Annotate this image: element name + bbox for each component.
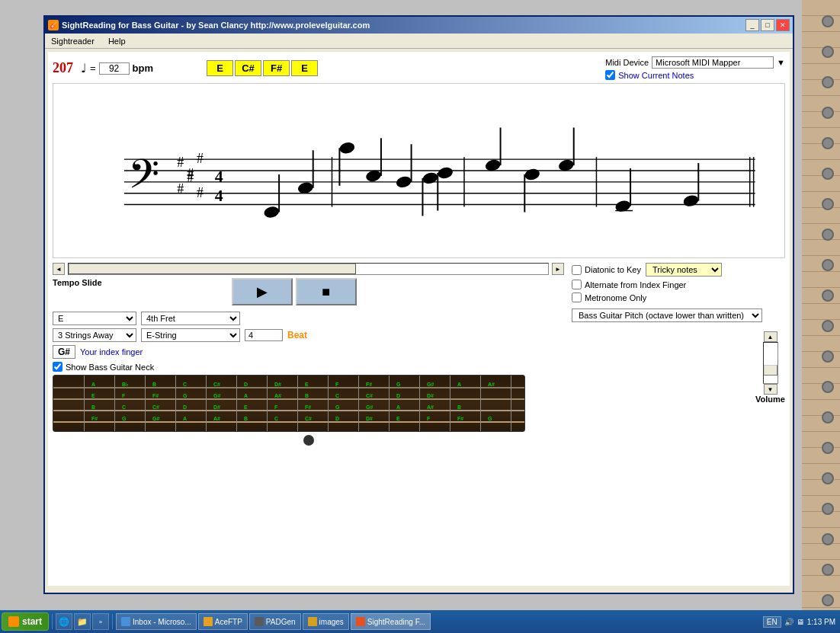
scroll-position-dot xyxy=(303,435,314,446)
current-notes-display: E C# F# E xyxy=(207,60,318,76)
strings-dropdown[interactable]: 3 Strings Away xyxy=(53,328,136,342)
window-controls: _ □ ✕ xyxy=(745,19,790,31)
taskbar-apps: Inbox - Microso... AceFTP PADGen images … xyxy=(116,613,758,630)
svg-text:#: # xyxy=(197,151,204,166)
sheet-music-svg: 𝄢 # # # # # # 4 4 xyxy=(53,84,784,257)
beat-input[interactable] xyxy=(245,329,283,341)
diatonic-row: Diatonic to Key xyxy=(572,265,641,275)
midi-area: Midi Device ▼ Show Current Notes xyxy=(605,56,785,80)
metronome-checkbox[interactable] xyxy=(572,293,582,302)
aceftp-icon xyxy=(204,617,213,626)
note-box-3: F# xyxy=(263,60,290,76)
fret-dropdown[interactable]: 4th Fret xyxy=(141,312,240,325)
horizontal-scrollbar[interactable] xyxy=(68,263,549,275)
close-button[interactable]: ✕ xyxy=(776,19,790,31)
taskbar-images[interactable]: images xyxy=(303,613,349,630)
bpm-label: bpm xyxy=(133,62,153,74)
play-button[interactable]: ▶ xyxy=(232,278,293,305)
pitch-dropdown[interactable]: Bass Guitar Pitch (octave lower than wri… xyxy=(572,309,762,322)
svg-point-29 xyxy=(422,171,439,186)
alternate-checkbox[interactable] xyxy=(572,280,582,289)
sightreading-label: SightReading F... xyxy=(367,618,425,626)
notebook-decoration xyxy=(802,0,840,633)
taskbar: start 🌐 📁 » Inbox - Microso... AceFTP PA… xyxy=(0,610,840,633)
midi-dropdown-icon[interactable]: ▼ xyxy=(777,58,785,67)
notebook-hole xyxy=(822,320,834,332)
taskbar-icons-system: 🔊 xyxy=(784,618,794,626)
padgen-label: PADGen xyxy=(266,618,296,626)
show-neck-checkbox[interactable] xyxy=(53,362,63,372)
midi-device-input[interactable] xyxy=(652,56,774,69)
taskbar-divider-2 xyxy=(112,614,113,629)
images-label: images xyxy=(319,618,344,626)
scroll-right-button[interactable]: ► xyxy=(552,263,564,275)
beat-label: Beat xyxy=(287,330,307,340)
notebook-holes xyxy=(822,15,834,606)
metronome-row: Metronome Only xyxy=(572,293,785,302)
language-button[interactable]: EN xyxy=(763,616,781,628)
notebook-hole xyxy=(822,229,834,241)
midi-device-row: Midi Device ▼ xyxy=(605,56,785,69)
clock: 1:13 PM xyxy=(807,618,835,626)
notebook-hole xyxy=(822,107,834,119)
dropdowns-row-2: 3 Strings Away E-String Beat xyxy=(53,328,564,342)
midi-label: Midi Device xyxy=(605,58,649,67)
notebook-hole xyxy=(822,503,834,515)
bass-neck-image: A B♭ B C C# D D# E F F# G G# A A# E F F xyxy=(53,375,525,432)
svg-text:𝄢: 𝄢 xyxy=(128,152,159,206)
tricky-dropdown[interactable]: Tricky notes All notes xyxy=(646,263,722,277)
notebook-hole xyxy=(822,198,834,210)
notebook-hole xyxy=(822,15,834,27)
scrollbar-row: ◄ ► xyxy=(53,263,564,275)
taskbar-padgen[interactable]: PADGen xyxy=(249,613,301,630)
start-label: start xyxy=(22,616,42,627)
taskbar-aceftp[interactable]: AceFTP xyxy=(198,613,248,630)
show-notes-row: Show Current Notes xyxy=(605,70,694,80)
show-neck-label: Show Bass Guitar Neck xyxy=(66,363,154,372)
finger-row: G# Your index finger xyxy=(53,345,564,359)
show-notes-checkbox[interactable] xyxy=(605,70,615,80)
finger-note: G# xyxy=(53,345,75,359)
tricky-row: Diatonic to Key Tricky notes All notes xyxy=(572,263,785,277)
svg-point-19 xyxy=(263,205,281,219)
notebook-hole xyxy=(822,564,834,576)
taskbar-inbox[interactable]: Inbox - Microso... xyxy=(116,613,197,630)
volume-thumb[interactable] xyxy=(764,365,777,376)
taskbar-right: EN 🔊 🖥 1:13 PM xyxy=(760,616,838,628)
volume-area: ▲ ▼ Volume xyxy=(755,331,785,404)
sightreading-icon xyxy=(356,617,365,626)
stop-button[interactable]: ■ xyxy=(296,278,357,305)
notebook-hole xyxy=(822,76,834,88)
volume-down-button[interactable]: ▼ xyxy=(764,384,777,395)
menu-help[interactable]: Help xyxy=(105,35,129,47)
volume-track xyxy=(763,342,778,384)
ie-icon-btn[interactable]: 🌐 xyxy=(56,613,72,630)
note-box-1: E xyxy=(207,60,233,76)
alternate-row: Alternate from Index Finger xyxy=(572,280,785,289)
notebook-hole xyxy=(822,533,834,545)
minimize-button[interactable]: _ xyxy=(745,19,759,31)
diatonic-checkbox[interactable] xyxy=(572,265,582,275)
measure-number: 207 xyxy=(53,60,73,76)
tempo-input[interactable] xyxy=(99,62,130,75)
start-button[interactable]: start xyxy=(2,612,49,631)
app-icon: 🎸 xyxy=(48,20,59,30)
folder-icon-btn[interactable]: 📁 xyxy=(74,613,91,630)
inbox-icon xyxy=(121,617,130,626)
svg-point-31 xyxy=(437,166,454,181)
svg-text:#: # xyxy=(177,181,184,197)
menu-sightreader[interactable]: Sightreader xyxy=(48,35,98,47)
notebook-hole xyxy=(822,442,834,454)
svg-text:4: 4 xyxy=(215,187,223,205)
svg-text:#: # xyxy=(197,185,204,200)
right-controls: Diatonic to Key Tricky notes All notes A… xyxy=(572,263,785,404)
volume-up-button[interactable]: ▲ xyxy=(764,331,777,342)
string-type-dropdown[interactable]: E-String xyxy=(141,328,240,342)
taskbar-sightreading[interactable]: SightReading F... xyxy=(351,613,431,630)
more-icons-btn[interactable]: » xyxy=(92,613,109,630)
finger-label: Your index finger xyxy=(80,347,143,356)
key-dropdown[interactable]: E xyxy=(53,312,136,325)
scroll-left-button[interactable]: ◄ xyxy=(53,263,65,275)
notebook-hole xyxy=(822,350,834,363)
maximize-button[interactable]: □ xyxy=(761,19,774,31)
